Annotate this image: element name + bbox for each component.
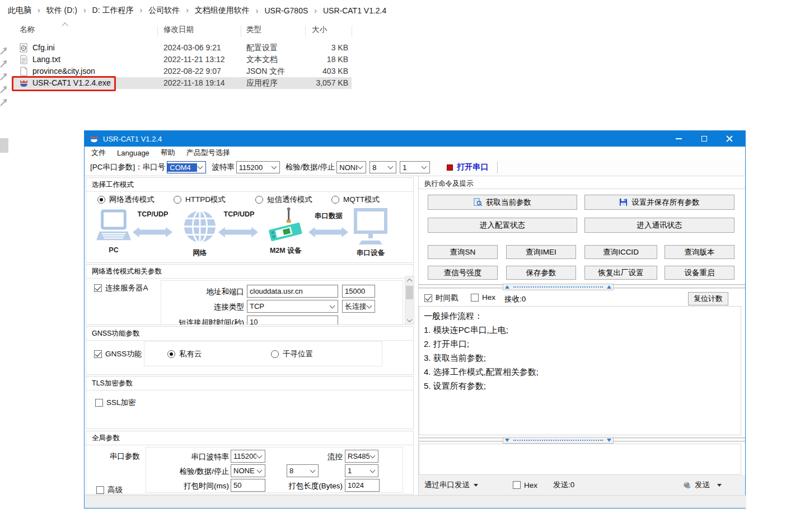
checkbox-ssl[interactable]: SSL加密 xyxy=(95,398,136,408)
titlebar[interactable]: USR-CAT1 V1.2.4 xyxy=(85,131,745,147)
checkbox-connect-server-a[interactable]: 连接服务器A xyxy=(94,283,148,293)
checkbox-advanced[interactable]: 高级 xyxy=(96,485,123,495)
radio-httpd-mode[interactable]: HTTPD模式 xyxy=(174,195,226,205)
reset-counter-button[interactable]: 复位计数 xyxy=(688,292,728,305)
breadcrumb-item[interactable]: 文档组使用软件 xyxy=(180,6,250,16)
serial-databits-select[interactable]: 8 xyxy=(287,464,319,477)
checkbox-gnss-enable[interactable]: GNSS功能 xyxy=(94,349,142,359)
column-divider[interactable] xyxy=(157,26,158,37)
serial-parity-select[interactable]: NONE xyxy=(231,464,265,477)
menu-file[interactable]: 文件 xyxy=(85,148,111,158)
column-divider[interactable] xyxy=(305,26,306,37)
sort-ascending-icon xyxy=(63,21,68,25)
minimize-button[interactable] xyxy=(666,131,691,147)
send-splitter[interactable] xyxy=(419,437,745,444)
breadcrumb-item[interactable]: 公司软件 xyxy=(133,6,180,16)
maximize-button[interactable] xyxy=(691,131,717,147)
scrollbar-thumb[interactable] xyxy=(406,286,413,299)
menu-product-model[interactable]: 产品型号选择 xyxy=(181,148,236,158)
breadcrumb: 此电脑 软件 (D:) D: 工作程序 公司软件 文档组使用软件 USR-G78… xyxy=(8,4,386,17)
stopbits-select[interactable]: 1 xyxy=(400,161,430,173)
query-imei-button[interactable]: 查询IMEI xyxy=(506,245,576,259)
breadcrumb-item[interactable]: 此电脑 xyxy=(8,6,31,16)
scroll-down-icon[interactable] xyxy=(405,316,414,324)
query-rssi-button[interactable]: 查信号强度 xyxy=(428,266,498,280)
close-button[interactable] xyxy=(717,131,742,147)
short-conn-timeout-input[interactable]: 10 xyxy=(247,316,338,325)
get-params-button[interactable]: 获取当前参数 xyxy=(428,195,577,210)
pack-time-input[interactable]: 50 xyxy=(231,479,265,492)
open-serial-button[interactable]: 打开串口 xyxy=(447,162,488,172)
serial-stopbits-select[interactable]: 1 xyxy=(345,464,378,477)
set-save-all-button[interactable]: 设置并保存所有参数 xyxy=(584,195,734,210)
double-arrow-icon xyxy=(132,226,173,238)
menu-help[interactable]: 帮助 xyxy=(155,148,181,158)
enter-comm-button[interactable]: 进入通讯状态 xyxy=(584,218,734,233)
receive-splitter[interactable] xyxy=(419,284,745,290)
query-version-button[interactable]: 查询版本 xyxy=(665,245,734,259)
enter-config-button[interactable]: 进入配置状态 xyxy=(428,218,577,233)
radio-sms-mode[interactable]: 短信透传模式 xyxy=(255,195,312,205)
breadcrumb-item[interactable]: USR-CAT1 V1.2.4 xyxy=(308,6,386,15)
column-header-type[interactable]: 类型 xyxy=(246,25,261,35)
checkbox-timestamp[interactable]: 时间戳 xyxy=(424,293,458,303)
chevron-down-icon xyxy=(257,467,263,473)
annotation-highlight-box xyxy=(12,76,116,91)
query-sn-button[interactable]: 查询SN xyxy=(428,245,498,259)
column-divider[interactable] xyxy=(352,26,352,37)
breadcrumb-item[interactable]: USR-G780S xyxy=(250,6,308,15)
radio-icon xyxy=(331,196,339,204)
save-params-button[interactable]: 保存参数 xyxy=(506,266,576,280)
file-row-lang-txt[interactable]: Lang.txt 2022-11-21 13:12 文本文档 18 KB xyxy=(12,54,352,65)
column-header-date[interactable]: 修改日期 xyxy=(163,25,194,35)
device-reboot-button[interactable]: 设备重启 xyxy=(665,266,734,280)
server-port-input[interactable]: 15000 xyxy=(342,285,375,298)
group-tls: TLS加密参数 SSL加密 xyxy=(86,376,414,429)
file-row-province-city-json[interactable]: province&city.json 2022-08-22 9:07 JSON … xyxy=(12,65,352,77)
file-row-cfg-ini[interactable]: Cfg.ini 2024-03-06 9:21 配置设置 3 KB xyxy=(12,42,352,54)
server-address-input[interactable]: clouddata.usr.cn xyxy=(247,285,338,298)
send-input-area[interactable] xyxy=(419,444,741,475)
receive-log-area[interactable]: 一般操作流程： 1. 模块连PC串口,上电; 2. 打开串口; 3. 获取当前参… xyxy=(419,306,741,435)
chevron-down-icon xyxy=(257,453,263,458)
baud-select[interactable]: 115200 xyxy=(236,161,280,173)
group-net-params: 网络透传模式相关参数 连接服务器A 地址和端口 clouddata.usr.cn… xyxy=(86,264,414,325)
diagram-node-label: PC xyxy=(96,246,131,254)
parity-select[interactable]: NONI xyxy=(336,161,366,173)
scroll-up-icon[interactable] xyxy=(405,276,414,285)
double-arrow-icon xyxy=(308,226,349,238)
file-size: 3 KB xyxy=(275,43,348,52)
databits-select[interactable]: 8 xyxy=(369,161,396,173)
parity-label: 检验/数据/停止 xyxy=(286,162,335,172)
radio-net-transparent-mode[interactable]: 网络透传模式 xyxy=(97,195,155,205)
breadcrumb-item[interactable]: D: 工作程序 xyxy=(77,6,134,16)
send-via-serial-dropdown[interactable]: 通过串口发送 xyxy=(424,480,478,490)
factory-reset-button[interactable]: 恢复出厂设置 xyxy=(584,266,657,280)
checkbox-recv-hex[interactable]: Hex xyxy=(471,293,495,302)
column-header-size[interactable]: 大小 xyxy=(312,25,327,35)
radio-qianxun-location[interactable]: 千寻位置 xyxy=(271,349,313,359)
column-header-name[interactable]: 名称 xyxy=(20,25,35,35)
pack-length-input[interactable]: 1024 xyxy=(345,479,380,492)
net-params-scrollbar[interactable] xyxy=(405,276,414,325)
column-divider[interactable] xyxy=(241,26,241,37)
radio-mqtt-mode[interactable]: MQTT模式 xyxy=(331,195,380,205)
group-title: 选择工作模式 xyxy=(86,178,413,192)
radio-private-cloud[interactable]: 私有云 xyxy=(167,349,202,359)
exec-group-title: 执行命令及提示 xyxy=(424,179,474,189)
menu-language[interactable]: Language xyxy=(111,149,155,157)
com-port-select[interactable]: COM4 xyxy=(167,161,206,173)
caret-down-icon xyxy=(717,484,722,487)
splitter-handle[interactable] xyxy=(503,437,614,444)
scrollbar-fragment[interactable] xyxy=(0,138,8,153)
connection-type-select[interactable]: TCP xyxy=(247,300,338,313)
globe-icon xyxy=(183,209,217,244)
serial-baud-select[interactable]: 115200 xyxy=(231,450,265,463)
breadcrumb-item[interactable]: 软件 (D:) xyxy=(31,6,77,16)
query-iccid-button[interactable]: 查询ICCID xyxy=(584,245,657,259)
splitter-handle[interactable] xyxy=(503,284,614,290)
send-button[interactable]: 发送 xyxy=(683,480,722,490)
checkbox-send-hex[interactable]: Hex xyxy=(513,481,537,489)
keepalive-select[interactable]: 长连接 xyxy=(342,300,375,313)
flow-control-select[interactable]: RS485 xyxy=(345,450,378,463)
